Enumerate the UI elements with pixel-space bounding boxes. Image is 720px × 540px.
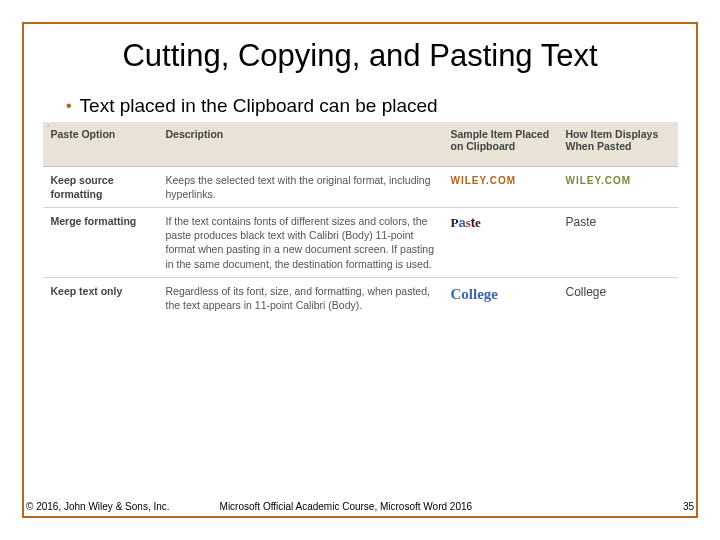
col-header-display: How Item Displays When Pasted [558,122,678,167]
slide-footer: © 2016, John Wiley & Sons, Inc. Microsof… [22,501,698,512]
cell-description: Regardless of its font, size, and format… [158,277,443,318]
footer-course: Microsoft Official Academic Course, Micr… [170,501,683,512]
cell-sample: Paste [443,207,558,277]
cell-option: Keep source formatting [43,166,158,207]
slide: Cutting, Copying, and Pasting Text • Tex… [0,0,720,540]
table-wrap: ^ Paste Option Description Sample Item P… [40,122,680,318]
display-college-plain: College [566,285,607,299]
sample-college-script: College [451,286,498,302]
paste-options-table: Paste Option Description Sample Item Pla… [43,122,678,318]
sample-paste-mixed: Paste [451,215,481,230]
cell-description: If the text contains fonts of different … [158,207,443,277]
table-row: Keep source formatting Keeps the selecte… [43,166,678,207]
cell-option: Keep text only [43,277,158,318]
display-wiley-text: WILEY.COM [566,175,632,186]
cell-sample: College [443,277,558,318]
table-corner-mark: ^ [47,123,50,130]
col-header-description: Description [158,122,443,167]
cell-display: Paste [558,207,678,277]
footer-copyright: © 2016, John Wiley & Sons, Inc. [26,501,170,512]
sample-wiley-text: WILEY.COM [451,175,517,186]
display-paste-plain: Paste [566,215,597,229]
cell-display: College [558,277,678,318]
bullet-item: • Text placed in the Clipboard can be pl… [40,94,680,118]
slide-content: Cutting, Copying, and Pasting Text • Tex… [22,22,698,518]
cell-description: Keeps the selected text with the origina… [158,166,443,207]
cell-option: Merge formatting [43,207,158,277]
cell-sample: WILEY.COM [443,166,558,207]
col-header-sample: Sample Item Placed on Clipboard [443,122,558,167]
footer-page-number: 35 [683,501,694,512]
cell-display: WILEY.COM [558,166,678,207]
table-header-row: Paste Option Description Sample Item Pla… [43,122,678,167]
slide-title: Cutting, Copying, and Pasting Text [40,38,680,74]
bullet-text: Text placed in the Clipboard can be plac… [80,94,438,118]
col-header-option: Paste Option [43,122,158,167]
table-row: Merge formatting If the text contains fo… [43,207,678,277]
table-row: Keep text only Regardless of its font, s… [43,277,678,318]
bullet-icon: • [66,94,72,118]
